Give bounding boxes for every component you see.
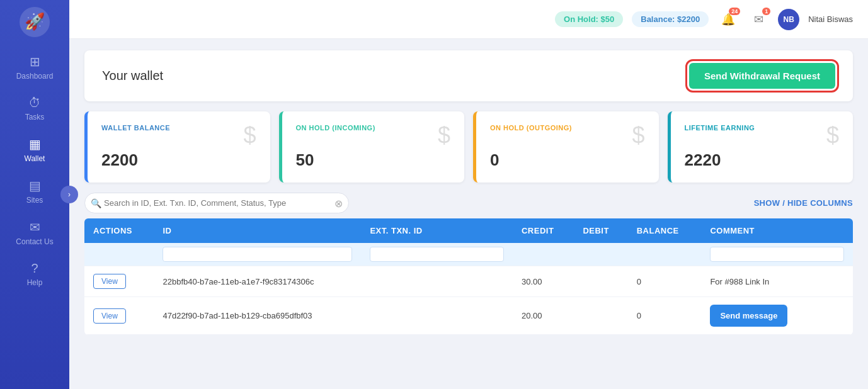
notifications-button[interactable]: 🔔 24 xyxy=(717,9,739,30)
sidebar-item-label: Help xyxy=(27,278,43,287)
table-section: 🔍 ⊗ SHOW / HIDE COLUMNS ACTIONS ID EXT. … xyxy=(84,193,853,335)
col-ext-txn-id: EXT. TXN. ID xyxy=(361,218,513,243)
row2-actions: View xyxy=(84,297,154,335)
search-icon: 🔍 xyxy=(91,198,101,208)
row2-comment: Send message xyxy=(701,297,853,335)
row2-id: 47d22f90-b7ad-11eb-b129-cba695dfbf03 xyxy=(154,297,361,335)
sidebar-item-dashboard[interactable]: ⊞ Dashboard xyxy=(0,47,69,88)
svg-text:🚀: 🚀 xyxy=(25,11,45,31)
wallet-balance-value: 2200 xyxy=(101,150,256,170)
table-filter-row xyxy=(84,243,853,266)
col-balance: BALANCE xyxy=(628,218,702,243)
send-message-button[interactable]: Send message xyxy=(710,305,787,327)
contact-icon: ✉ xyxy=(30,220,40,235)
filter-ext-txn-id xyxy=(361,243,513,266)
email-count: 1 xyxy=(762,8,770,15)
transactions-table: ACTIONS ID EXT. TXN. ID CREDIT DEBIT BAL… xyxy=(84,218,853,335)
table-header-row: ACTIONS ID EXT. TXN. ID CREDIT DEBIT BAL… xyxy=(84,218,853,243)
sidebar-item-label: Wallet xyxy=(25,154,45,163)
main-area: On Hold: $50 Balance: $2200 🔔 24 ✉ 1 NB … xyxy=(69,0,868,389)
lifetime-earning-label: LIFETIME EARNING xyxy=(685,124,755,132)
avatar: NB xyxy=(778,9,799,30)
balance-badge: Balance: $2200 xyxy=(632,11,709,27)
filter-debit xyxy=(574,243,627,266)
page-title: Your wallet xyxy=(102,69,163,83)
header: On Hold: $50 Balance: $2200 🔔 24 ✉ 1 NB … xyxy=(69,0,868,39)
on-hold-outgoing-label: ON HOLD (OUTGOING) xyxy=(490,124,572,132)
wallet-balance-label: WALLET BALANCE xyxy=(101,124,170,132)
sidebar-toggle-button[interactable]: › xyxy=(60,186,78,203)
on-hold-incoming-dollar-icon: $ xyxy=(438,124,450,147)
wallet-balance-dollar-icon: $ xyxy=(243,124,256,147)
lifetime-earning-value: 2220 xyxy=(685,150,840,170)
notification-count: 24 xyxy=(729,8,740,15)
on-hold-outgoing-dollar-icon: $ xyxy=(632,124,644,147)
sidebar-item-label: Sites xyxy=(26,196,43,205)
sidebar-item-sites[interactable]: ▤ Sites xyxy=(0,171,69,212)
wallet-balance-card: WALLET BALANCE $ 2200 xyxy=(84,111,270,183)
row1-comment: For #988 Link In xyxy=(701,266,853,297)
user-name: Nitai Biswas xyxy=(808,14,853,24)
row1-debit xyxy=(574,266,627,297)
row1-id: 22bbfb40-b7ae-11eb-a1e7-f9c83174306c xyxy=(154,266,361,297)
filter-balance xyxy=(628,243,702,266)
sidebar-item-label: Tasks xyxy=(25,113,45,121)
logo: 🚀 xyxy=(19,6,50,47)
sidebar: 🚀 ⊞ Dashboard ⏱ Tasks ▦ Wallet ▤ Sites ✉… xyxy=(0,0,69,389)
row2-credit: 20.00 xyxy=(513,297,574,335)
wallet-header-card: Your wallet Send Withdrawal Request xyxy=(84,50,853,101)
on-hold-incoming-value: 50 xyxy=(296,150,451,170)
sidebar-item-wallet[interactable]: ▦ Wallet xyxy=(0,129,69,171)
search-input[interactable] xyxy=(84,193,349,213)
filter-id xyxy=(154,243,361,266)
on-hold-badge: On Hold: $50 xyxy=(555,11,623,27)
table-toolbar: 🔍 ⊗ SHOW / HIDE COLUMNS xyxy=(84,193,853,213)
page-content: Your wallet Send Withdrawal Request WALL… xyxy=(69,39,868,389)
table-row: View 47d22f90-b7ad-11eb-b129-cba695dfbf0… xyxy=(84,297,853,335)
dashboard-icon: ⊞ xyxy=(30,54,40,69)
col-credit: CREDIT xyxy=(513,218,574,243)
view-button-row2[interactable]: View xyxy=(93,308,126,324)
on-hold-incoming-label: ON HOLD (INCOMING) xyxy=(296,124,375,132)
row2-ext-txn-id xyxy=(361,297,513,335)
search-wrap: 🔍 ⊗ xyxy=(84,193,349,213)
row2-debit xyxy=(574,297,627,335)
filter-actions xyxy=(84,243,154,266)
filter-comment-input[interactable] xyxy=(710,247,844,262)
sidebar-item-contact[interactable]: ✉ Contact Us xyxy=(0,212,69,254)
col-debit: DEBIT xyxy=(574,218,627,243)
on-hold-incoming-card: ON HOLD (INCOMING) $ 50 xyxy=(279,111,465,183)
messages-button[interactable]: ✉ 1 xyxy=(748,9,769,30)
sidebar-item-label: Dashboard xyxy=(16,72,54,81)
on-hold-outgoing-card: ON HOLD (OUTGOING) $ 0 xyxy=(473,111,659,183)
col-id: ID xyxy=(154,218,361,243)
on-hold-outgoing-value: 0 xyxy=(490,150,645,170)
col-actions: ACTIONS xyxy=(84,218,154,243)
sidebar-item-help[interactable]: ? Help xyxy=(0,254,69,295)
help-icon: ? xyxy=(31,261,38,276)
sidebar-item-tasks[interactable]: ⏱ Tasks xyxy=(0,88,69,129)
filter-credit xyxy=(513,243,574,266)
filter-ext-txn-id-input[interactable] xyxy=(370,247,504,262)
lifetime-earning-card: LIFETIME EARNING $ 2220 xyxy=(668,111,854,183)
sidebar-item-label: Contact Us xyxy=(16,237,53,246)
row1-actions: View xyxy=(84,266,154,297)
filter-id-input[interactable] xyxy=(163,247,352,262)
view-button-row1[interactable]: View xyxy=(93,274,126,289)
stats-row: WALLET BALANCE $ 2200 ON HOLD (INCOMING)… xyxy=(84,111,853,183)
filter-comment xyxy=(701,243,853,266)
show-hide-columns-button[interactable]: SHOW / HIDE COLUMNS xyxy=(754,198,853,208)
row2-balance: 0 xyxy=(628,297,702,335)
tasks-icon: ⏱ xyxy=(28,96,41,110)
row1-balance: 0 xyxy=(628,266,702,297)
search-clear-icon[interactable]: ⊗ xyxy=(334,197,343,209)
row1-ext-txn-id xyxy=(361,266,513,297)
transactions-table-wrapper: ACTIONS ID EXT. TXN. ID CREDIT DEBIT BAL… xyxy=(84,218,853,335)
table-row: View 22bbfb40-b7ae-11eb-a1e7-f9c83174306… xyxy=(84,266,853,297)
col-comment: COMMENT xyxy=(701,218,853,243)
send-withdrawal-button[interactable]: Send Withdrawal Request xyxy=(689,63,835,89)
lifetime-earning-dollar-icon: $ xyxy=(826,124,839,147)
wallet-icon: ▦ xyxy=(29,137,41,152)
row1-credit: 30.00 xyxy=(513,266,574,297)
sites-icon: ▤ xyxy=(29,178,41,193)
